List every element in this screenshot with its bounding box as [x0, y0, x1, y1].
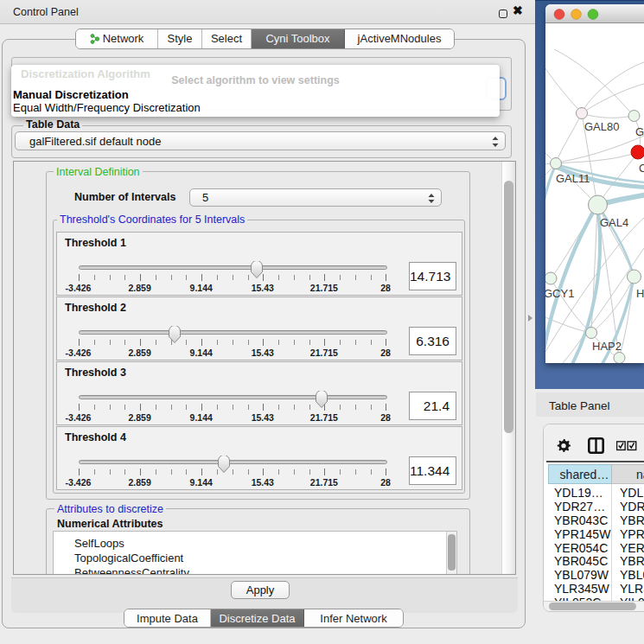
svg-text:C: C: [639, 162, 644, 175]
svg-text:GAL4: GAL4: [600, 216, 628, 229]
svg-text:GCY1: GCY1: [545, 287, 574, 300]
svg-text:GAL11: GAL11: [556, 172, 590, 185]
svg-text:HAP2: HAP2: [592, 340, 622, 353]
svg-text:GA: GA: [635, 125, 644, 138]
svg-text:GAL80: GAL80: [584, 120, 619, 133]
svg-text:H: H: [636, 287, 644, 300]
